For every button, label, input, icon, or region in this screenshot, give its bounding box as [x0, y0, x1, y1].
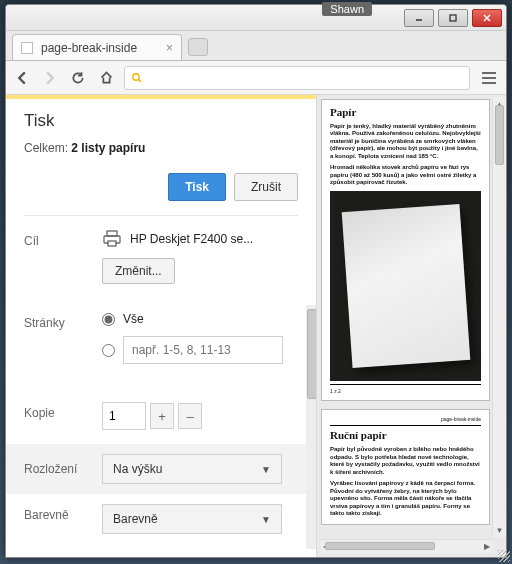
tab-title: page-break-inside	[41, 41, 137, 55]
reload-button[interactable]	[68, 68, 88, 88]
svg-line-5	[139, 79, 142, 82]
print-settings-panel: Tisk Celkem: 2 listy papíru Tisk Zrušit …	[6, 95, 316, 557]
pages-range-input[interactable]	[123, 336, 283, 364]
preview-image	[330, 191, 481, 381]
pages-range-radio[interactable]	[102, 344, 115, 357]
svg-rect-1	[450, 15, 456, 21]
window-titlebar: Shawn	[6, 5, 506, 31]
print-preview: Papír Papír je tenký, hladký materiál vy…	[316, 95, 506, 557]
tab-close-icon[interactable]: ×	[166, 41, 173, 55]
user-badge[interactable]: Shawn	[322, 4, 372, 16]
copies-decrement[interactable]: –	[178, 403, 202, 429]
change-destination-button[interactable]: Změnit...	[102, 258, 175, 284]
maximize-button[interactable]	[438, 9, 468, 27]
new-tab-button[interactable]	[188, 38, 208, 56]
layout-label: Rozložení	[24, 462, 102, 476]
copies-increment[interactable]: +	[150, 403, 174, 429]
chevron-down-icon: ▼	[261, 514, 271, 525]
printer-icon	[102, 230, 122, 248]
destination-label: Cíl	[24, 230, 102, 248]
layout-value: Na výšku	[113, 462, 162, 476]
color-label: Barevně	[24, 504, 102, 522]
color-value: Barevně	[113, 512, 158, 526]
pages-label: Stránky	[24, 312, 102, 330]
print-button[interactable]: Tisk	[168, 173, 226, 201]
cancel-button[interactable]: Zrušit	[234, 173, 298, 201]
svg-rect-8	[108, 241, 116, 246]
layout-select[interactable]: Na výšku ▼	[102, 454, 282, 484]
preview-horizontal-scrollbar[interactable]: ◀▶	[321, 539, 492, 553]
tab-favicon	[21, 42, 33, 54]
print-total: Celkem: 2 listy papíru	[24, 141, 298, 155]
color-select[interactable]: Barevně ▼	[102, 504, 282, 534]
address-bar[interactable]	[124, 66, 470, 90]
preview-page-2: page-break-inside Ruční papír Papír byl …	[321, 409, 490, 525]
browser-tab[interactable]: page-break-inside ×	[12, 34, 182, 60]
minimize-button[interactable]	[404, 9, 434, 27]
preview-heading: Papír	[330, 106, 481, 120]
chevron-down-icon: ▼	[261, 464, 271, 475]
svg-point-4	[133, 73, 139, 79]
print-title: Tisk	[24, 111, 298, 131]
pages-all-label: Vše	[123, 312, 144, 326]
svg-rect-6	[107, 231, 117, 236]
back-button[interactable]	[12, 68, 32, 88]
search-icon	[131, 72, 143, 84]
home-button[interactable]	[96, 68, 116, 88]
copies-input[interactable]	[102, 402, 146, 430]
tab-strip: page-break-inside ×	[6, 31, 506, 61]
preview-vertical-scrollbar[interactable]: ▲▼	[492, 99, 506, 535]
resize-handle[interactable]	[498, 550, 507, 558]
forward-button[interactable]	[40, 68, 60, 88]
preview-heading-2: Ruční papír	[330, 429, 481, 443]
close-button[interactable]	[472, 9, 502, 27]
menu-button[interactable]	[478, 68, 500, 88]
preview-page-1: Papír Papír je tenký, hladký materiál vy…	[321, 99, 490, 401]
browser-toolbar	[6, 61, 506, 95]
copies-label: Kopie	[24, 402, 102, 420]
destination-name: HP Deskjet F2400 se...	[130, 232, 253, 246]
pages-all-radio[interactable]	[102, 313, 115, 326]
